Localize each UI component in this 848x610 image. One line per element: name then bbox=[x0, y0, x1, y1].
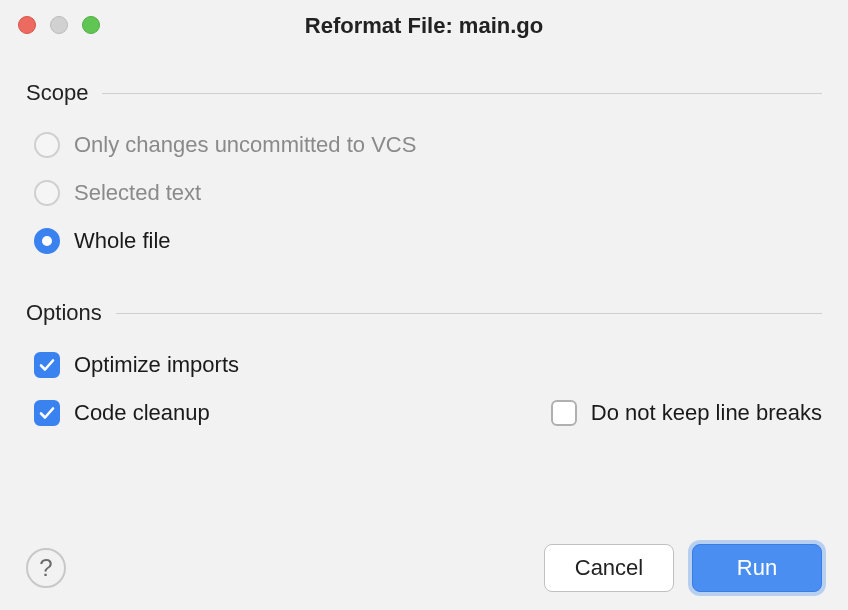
option-no-line-breaks-label: Do not keep line breaks bbox=[591, 400, 822, 426]
minimize-window-icon bbox=[50, 16, 68, 34]
cancel-button-label: Cancel bbox=[575, 555, 643, 581]
scope-option-selected-text-label: Selected text bbox=[74, 180, 201, 206]
scope-option-selected-text: Selected text bbox=[34, 180, 822, 206]
help-icon: ? bbox=[39, 554, 52, 582]
option-code-cleanup-label: Code cleanup bbox=[74, 400, 210, 426]
dialog-content: Scope Only changes uncommitted to VCS Se… bbox=[0, 48, 848, 426]
scope-section-header: Scope bbox=[26, 80, 822, 106]
options-section-header: Options bbox=[26, 300, 822, 326]
checkbox-icon[interactable] bbox=[551, 400, 577, 426]
option-code-cleanup[interactable]: Code cleanup bbox=[34, 400, 210, 426]
scope-option-whole-file-label: Whole file bbox=[74, 228, 171, 254]
option-no-line-breaks[interactable]: Do not keep line breaks bbox=[551, 400, 822, 426]
scope-label: Scope bbox=[26, 80, 88, 106]
titlebar: Reformat File: main.go bbox=[0, 0, 848, 48]
run-button-label: Run bbox=[737, 555, 777, 581]
window-controls bbox=[18, 16, 100, 34]
help-button[interactable]: ? bbox=[26, 548, 66, 588]
zoom-window-icon[interactable] bbox=[82, 16, 100, 34]
scope-option-vcs-label: Only changes uncommitted to VCS bbox=[74, 132, 416, 158]
dialog-footer: ? Cancel Run bbox=[0, 544, 848, 592]
divider bbox=[102, 93, 822, 94]
window-title: Reformat File: main.go bbox=[305, 13, 543, 39]
scope-option-vcs: Only changes uncommitted to VCS bbox=[34, 132, 822, 158]
scope-radio-group: Only changes uncommitted to VCS Selected… bbox=[26, 132, 822, 254]
options-label: Options bbox=[26, 300, 102, 326]
option-optimize-imports[interactable]: Optimize imports bbox=[34, 352, 822, 378]
checkbox-icon[interactable] bbox=[34, 400, 60, 426]
radio-icon[interactable] bbox=[34, 228, 60, 254]
run-button[interactable]: Run bbox=[692, 544, 822, 592]
options-group: Optimize imports Code cleanup Do not kee… bbox=[26, 352, 822, 426]
radio-icon bbox=[34, 132, 60, 158]
scope-option-whole-file[interactable]: Whole file bbox=[34, 228, 822, 254]
close-window-icon[interactable] bbox=[18, 16, 36, 34]
divider bbox=[116, 313, 822, 314]
option-optimize-imports-label: Optimize imports bbox=[74, 352, 239, 378]
cancel-button[interactable]: Cancel bbox=[544, 544, 674, 592]
checkbox-icon[interactable] bbox=[34, 352, 60, 378]
radio-icon bbox=[34, 180, 60, 206]
